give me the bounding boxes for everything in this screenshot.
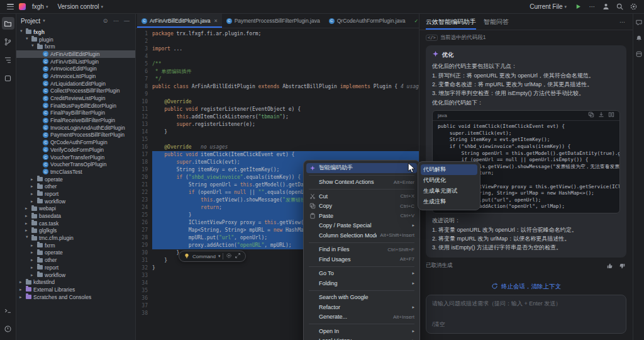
code-line[interactable]: 2 [136,38,419,45]
tree-item[interactable]: CInvoiceLoginAndAuthEditPlugin [16,124,135,132]
code-line[interactable]: 14 } [136,128,419,136]
tree-item[interactable]: ▸glglkgls [16,227,135,235]
ai-tab-chat[interactable]: 智能问答 [484,14,509,30]
close-tab-icon[interactable]: × [214,18,217,24]
dependencies-tool-icon[interactable] [635,50,643,59]
menu-item[interactable]: Go To▸ [304,269,419,279]
more-icon[interactable]: ⋯ [618,19,626,25]
code-line[interactable]: 5/** [136,60,419,68]
tree-item[interactable]: CCollectProcessBillFilterPlugin [16,88,135,95]
tree-item[interactable]: CVerifyCodeFormPlugin [16,146,135,154]
tree-item[interactable]: ▸workflow [16,198,135,205]
code-line[interactable]: 8public class ArFinArBillEditPlugin exte… [136,83,419,91]
code-line[interactable]: 10 @Override [136,98,419,106]
submenu-item[interactable]: 生成注释 [418,196,480,207]
project-tool-icon[interactable] [2,17,14,30]
tree-item[interactable]: CPaymentProcessBillFilterPlugin [16,132,135,139]
main-menu-icon[interactable] [5,1,16,12]
code-line[interactable]: 4 [136,53,419,60]
vcs-widget[interactable]: Version control▾ [54,3,106,11]
tree-item[interactable]: ▸other [16,256,135,264]
ai-question-input[interactable] [432,300,620,320]
menu-item[interactable]: 智能编码助手▸ [306,163,417,173]
tree-item[interactable]: CArInvoiceEditPlugin [16,65,135,72]
code-line[interactable]: 9 [136,91,419,98]
editor-tab[interactable]: CArFinArBillEditPlugin.java× [137,14,222,28]
tree-item[interactable]: CFinalReceiveBillFilterPlugin [16,116,135,124]
insert-code-icon[interactable] [598,111,604,120]
tree-item[interactable]: ▸webapi [16,205,135,213]
editor-tab[interactable]: CPaymentProcessBillFilterPlugin.java [222,14,325,28]
run-button[interactable] [573,1,584,12]
menu-item[interactable]: Find in FilesCtrl+Shift+F [304,245,419,255]
menu-item[interactable]: Column Selection ModeAlt+Shift+Insert [304,230,419,241]
menu-item[interactable]: Generate...Alt+Insert [304,312,419,322]
tree-item[interactable]: ▸fxrm [16,43,135,50]
code-line[interactable]: 13 super.registerListener(e); [136,121,419,128]
submenu-item[interactable]: 生成单元测试 [418,186,480,196]
chevron-down-icon[interactable]: ▾ [218,254,221,259]
locate-file-icon[interactable]: ⊙ [101,18,109,24]
tree-item[interactable]: ▸kdtestlnd [16,278,135,286]
menu-item[interactable]: Open In▸ [304,326,419,336]
menu-item[interactable]: PasteCtrl+V [304,211,419,221]
tree-item[interactable]: CCreditReviewListPlugin [16,94,135,102]
code-line[interactable]: 16 @Override no usages [136,144,419,151]
tree-item[interactable]: CVoucherTransOplPlugin [16,161,135,168]
project-selector[interactable]: fxgh▾ [29,3,51,11]
menu-item[interactable]: Show Context ActionsAlt+Enter [304,178,419,188]
settings-icon[interactable] [628,1,639,12]
tree-item[interactable]: CArFinArBillEditPlugin [16,50,135,58]
code-line[interactable]: 17 public void itemClick(ItemClickEvent … [136,151,419,159]
clear-command-hint[interactable]: /清空 [432,320,620,329]
submenu-item[interactable]: 代码解释 [421,164,477,175]
tree-item[interactable]: CQrCodeAuthFormPlugin [16,139,135,146]
tree-item[interactable]: ▸Scratches and Consoles [16,293,135,301]
ai-chat-tool-icon[interactable] [635,19,643,28]
menu-item[interactable]: Search with Google [304,293,419,303]
tree-item[interactable]: ▸other [16,183,135,190]
tree-item[interactable]: ▸report [16,190,135,198]
tree-item[interactable]: ▸External Libraries [16,286,135,293]
tree-item[interactable]: CArInvoiceListPlugin [16,72,135,80]
user-icon[interactable] [601,1,611,12]
tree-item[interactable]: ▸tmc.cfm.plugin [16,234,135,242]
code-line[interactable]: 7 */ [136,76,419,83]
menu-item[interactable]: Local History▸ [304,336,419,340]
ai-tab-assistant[interactable]: 云效智能编码助手 [426,14,476,30]
tree-item[interactable]: ▸operate [16,176,135,183]
search-icon[interactable] [614,1,625,12]
thumbs-up-icon[interactable] [605,261,614,270]
code-line[interactable]: 11 public void registerListener(EventObj… [136,106,419,113]
ai-context-chip[interactable]: </> 当前选中的代码段1 [426,34,626,42]
tree-item[interactable]: CArLiquidationEditPlugin [16,80,135,88]
tree-item[interactable]: ▸fxgh [16,28,135,36]
diff-code-icon[interactable] [608,111,614,120]
menu-item[interactable]: CutCtrl+X [304,191,419,201]
tree-item[interactable]: ▸fxrm [16,242,135,249]
commit-tool-icon[interactable] [2,35,14,48]
more-actions-icon[interactable]: ⋯ [587,1,597,12]
run-config-selector[interactable]: Current File▾ [526,3,570,11]
tree-item[interactable]: ▸workflow [16,271,135,279]
ai-end-session-link[interactable]: 终止会话，清除上下文 [419,278,633,295]
services-tool-icon[interactable] [2,72,14,84]
tree-item[interactable]: CArFinArBillListPlugin [16,58,135,65]
menu-item[interactable]: Refactor▸ [304,302,419,312]
menu-item[interactable]: CopyCtrl+C [304,201,419,212]
terminal-tool-icon[interactable] [2,304,14,317]
code-line[interactable]: 15 [136,136,419,144]
code-line[interactable]: 3import ... [136,45,419,53]
tree-item[interactable]: ▸report [16,264,135,271]
tree-item[interactable]: CFinalBusPayBillEditorPlugin [16,102,135,110]
code-line[interactable]: 12 this.addItemClickListeners("tbmain"); [136,113,419,121]
inline-ai-widget[interactable]: Command ▾ [179,251,246,262]
tree-item[interactable]: ▸basedata [16,212,135,220]
settings-icon[interactable] [226,252,232,260]
code-line[interactable]: 6 * 单据编辑插件 [136,68,419,76]
tree-item[interactable]: ▸plugin [16,36,135,43]
menu-item[interactable]: Folding▸ [304,278,419,288]
tree-item[interactable]: CFinalPayBillFilterPlugin [16,110,135,117]
code-line[interactable]: 1package trx.lfxgf.fi.ar.plugin.form; [136,30,419,38]
tree-item[interactable]: ▸cas.task [16,220,135,227]
